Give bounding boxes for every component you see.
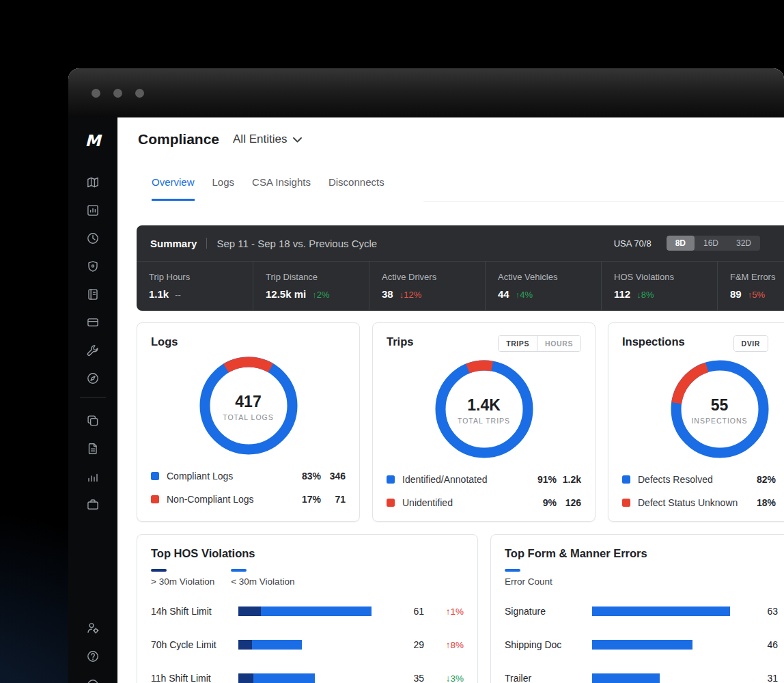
- legend-swatch: [622, 499, 630, 507]
- card-title: Logs: [151, 335, 178, 348]
- legend-swatch: [505, 569, 520, 572]
- range-option-8d[interactable]: 8D: [667, 236, 695, 251]
- bar-delta: ↑8%: [424, 640, 464, 650]
- legend-item-defects-resolved: Defects Resolved82%: [622, 468, 784, 491]
- legend-item-error-count: Error Count: [505, 569, 552, 587]
- sidebar-item-clock[interactable]: [86, 232, 100, 245]
- summary-title: Summary: [150, 238, 197, 249]
- app-logo[interactable]: M: [85, 127, 101, 154]
- sidebar-item-dashboard[interactable]: [86, 204, 100, 217]
- sidebar-item-file[interactable]: [86, 442, 100, 456]
- sidebar-item-card[interactable]: [86, 316, 100, 329]
- sidebar-item-profile[interactable]: [86, 678, 100, 683]
- sidebar-item-copy[interactable]: [86, 414, 100, 428]
- sidebar-item-safety[interactable]: [86, 260, 100, 273]
- page-header: Compliance All Entities: [138, 131, 302, 148]
- donut-center: 417TOTAL LOGS: [197, 354, 300, 460]
- tab-csa-insights[interactable]: CSA Insights: [252, 176, 311, 201]
- stat-label: HOS Violations: [614, 272, 717, 282]
- legend-label: Non-Compliant Logs: [167, 494, 296, 505]
- stat-delta: ↓12%: [400, 290, 422, 300]
- dashboard-icon: [86, 204, 100, 217]
- bar-legend: Error Count: [505, 569, 784, 587]
- help-icon: [86, 650, 100, 663]
- sidebar-item-dispatch[interactable]: [86, 372, 100, 385]
- bar-row-signature: Signature63: [505, 595, 784, 628]
- card-icon: [86, 316, 100, 329]
- tab-disconnects[interactable]: Disconnects: [328, 176, 384, 201]
- bar-cards-row: Top HOS Violations> 30m Violation< 30m V…: [137, 534, 784, 683]
- bar-segment-under-30m: [261, 607, 372, 616]
- stat-value: 1.1k: [149, 288, 169, 300]
- donut-cards-row: Logs417TOTAL LOGSCompliant Logs83%346Non…: [137, 322, 784, 522]
- legend-item-30m-violation: > 30m Violation: [151, 569, 214, 587]
- window-control-window-dot-1[interactable]: [92, 89, 100, 98]
- stat-value: 89: [730, 288, 742, 300]
- bar-legend: > 30m Violation< 30m Violation: [151, 569, 464, 587]
- clock-icon: [86, 232, 100, 245]
- sidebar-item-help[interactable]: [86, 650, 100, 663]
- legend-item-non-compliant-logs: Non-Compliant Logs17%71: [151, 488, 346, 511]
- tab-logs[interactable]: Logs: [212, 176, 235, 201]
- window-control-window-dot-3[interactable]: [135, 89, 144, 98]
- sidebar-item-apps[interactable]: [86, 498, 100, 512]
- sidebar-item-logs[interactable]: [86, 288, 100, 301]
- legend-swatch: [387, 475, 395, 484]
- legend-item-compliant-logs: Compliant Logs83%346: [151, 464, 346, 488]
- bar-segment-over-30m: [238, 640, 252, 650]
- legend-label: > 30m Violation: [151, 576, 214, 587]
- legend-percent: 9%: [532, 497, 557, 508]
- donut-total-value: 417: [235, 393, 261, 411]
- card-title: Trips: [387, 335, 413, 348]
- toggle-trips[interactable]: TRIPS: [499, 336, 537, 351]
- bar-label: Trailer: [505, 673, 592, 683]
- stat-delta: ↑4%: [516, 290, 533, 300]
- legend-count: 126: [561, 497, 581, 508]
- bar-row-14h-shift-limit: 14h Shift Limit61↑1%: [151, 595, 464, 628]
- stat-active-drivers: Active Drivers38↓12%: [369, 262, 485, 310]
- stat-value: 44: [498, 288, 509, 300]
- bar-segment: [592, 640, 692, 650]
- legend-label: < 30m Violation: [231, 576, 294, 587]
- stat-value-row: 112↓8%: [614, 288, 717, 300]
- sidebar-item-reports[interactable]: [86, 470, 100, 484]
- copy-icon: [86, 414, 100, 428]
- stat-label: Trip Distance: [266, 272, 369, 282]
- card-trips: TripsTRIPSHOURS1.4KTOTAL TRIPSIdentified…: [372, 322, 596, 522]
- entity-selector[interactable]: All Entities: [233, 133, 302, 146]
- legend-label: Defects Resolved: [638, 474, 751, 485]
- profile-icon: [86, 678, 100, 683]
- legend-label: Error Count: [505, 576, 552, 587]
- card-header: TripsTRIPSHOURS: [387, 335, 581, 352]
- donut-center: 1.4KTOTAL TRIPS: [433, 358, 535, 463]
- tab-overview[interactable]: Overview: [152, 176, 195, 201]
- stat-value-row: 38↓12%: [382, 288, 485, 300]
- sidebar-item-admin[interactable]: [86, 621, 100, 635]
- sidebar-divider: [80, 397, 106, 398]
- bar-segment-under-30m: [253, 673, 315, 683]
- donut-total-value: 1.4K: [467, 396, 501, 415]
- legend-count: 346: [325, 471, 346, 482]
- donut-legend: Compliant Logs83%346Non-Compliant Logs17…: [151, 464, 346, 511]
- legend-percent: 91%: [532, 474, 557, 485]
- bar-label: Shipping Doc: [505, 639, 592, 650]
- toggle-dvir[interactable]: DVIR: [734, 336, 768, 351]
- range-option-16d[interactable]: 16D: [695, 236, 727, 251]
- bar-segment: [592, 673, 660, 683]
- bar-label: 14h Shift Limit: [151, 606, 238, 617]
- bar-rows: Signature63Shipping Doc46Trailer31: [505, 595, 784, 683]
- toggle-hours[interactable]: HOURS: [537, 336, 580, 351]
- window-control-window-dot-2[interactable]: [113, 89, 122, 98]
- bar-delta: ↑1%: [424, 607, 464, 617]
- bar-row-shipping-doc: Shipping Doc46: [505, 628, 784, 662]
- legend-label: Defect Status Unknown: [638, 497, 751, 508]
- cycle-rule-label: USA 70/8: [614, 238, 652, 249]
- main-content: Compliance All Entities OverviewLogsCSA …: [117, 117, 784, 683]
- bar: [592, 640, 748, 650]
- range-option-32d[interactable]: 32D: [727, 236, 760, 251]
- bar-label: 11h Shift Limit: [151, 673, 238, 683]
- stat-delta: ↑5%: [748, 290, 765, 300]
- donut-legend: Identified/Annotated91%1.2kUnidentified9…: [387, 468, 581, 514]
- sidebar-item-maintenance[interactable]: [86, 344, 100, 357]
- sidebar-item-map[interactable]: [86, 176, 100, 189]
